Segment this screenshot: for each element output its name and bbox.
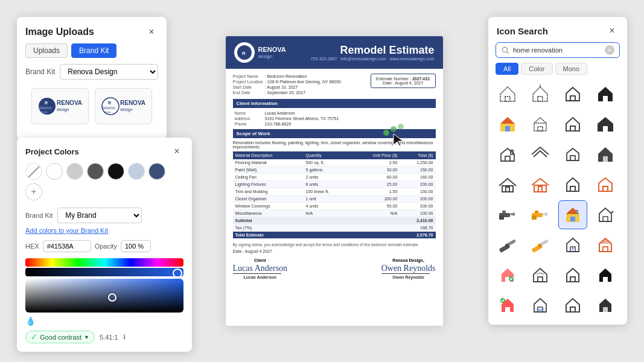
- icon-cell[interactable]: [526, 200, 555, 229]
- brand-kit-label: Brand Kit: [25, 68, 55, 76]
- svg-rect-43: [570, 156, 575, 160]
- project-name: Bedroom Renovation: [267, 74, 307, 78]
- icon-cell[interactable]: [558, 110, 587, 139]
- svg-text:R: R: [45, 101, 48, 105]
- col-header-description: Material Description: [233, 151, 304, 159]
- icon-cell[interactable]: [493, 170, 522, 199]
- icon-cell[interactable]: [493, 110, 522, 139]
- icon-cell[interactable]: [591, 80, 620, 109]
- icon-cell[interactable]: [558, 200, 587, 229]
- panel-header: Image Uploads ×: [17, 17, 167, 39]
- icon-search-input[interactable]: [513, 46, 601, 54]
- contrast-label: Good contrast: [40, 334, 81, 341]
- swatch-none[interactable]: [25, 163, 42, 180]
- svg-line-19: [507, 52, 509, 54]
- icon-cell[interactable]: [591, 261, 620, 290]
- icon-tab-all[interactable]: All: [496, 63, 518, 75]
- icon-cell[interactable]: [493, 200, 522, 229]
- icon-cell[interactable]: [591, 140, 620, 169]
- swatch-light-blue[interactable]: [128, 163, 145, 180]
- icon-cell[interactable]: [558, 80, 587, 109]
- info-icon[interactable]: ℹ: [123, 333, 126, 341]
- icon-tab-color[interactable]: Color: [521, 63, 552, 75]
- icon-cell[interactable]: [591, 230, 620, 259]
- close-image-uploads-button[interactable]: ×: [145, 25, 158, 39]
- close-icon-search-button[interactable]: ×: [605, 24, 619, 37]
- clear-search-button[interactable]: ×: [605, 45, 614, 55]
- icon-cell[interactable]: [591, 291, 620, 320]
- svg-text:RENOVA: RENOVA: [39, 106, 52, 110]
- doc-phone: 725-320-2867: [311, 57, 337, 61]
- swatch-black[interactable]: [107, 163, 124, 180]
- icon-tab-mono[interactable]: Mono: [555, 63, 588, 75]
- hex-input[interactable]: [43, 240, 91, 252]
- table-row: Lighting Fixtures8 units25.00200.00: [233, 181, 436, 188]
- color-swatches-row: +: [17, 163, 192, 205]
- start-date: August 10, 2027: [267, 85, 298, 89]
- owner-sig-name: Owen Reynolds: [381, 275, 436, 279]
- eyedropper-icon[interactable]: 💧: [25, 316, 36, 326]
- hue-strip[interactable]: [25, 258, 183, 267]
- svg-text:design: design: [40, 110, 48, 113]
- icon-cell[interactable]: [526, 80, 555, 109]
- add-swatch-button[interactable]: +: [25, 183, 42, 200]
- col-header-unit-price: Unit Price ($): [351, 151, 400, 159]
- table-row: Closet Organizer1 unit200.00200.00: [233, 195, 436, 203]
- swatch-dark-gray[interactable]: [87, 163, 104, 180]
- subtotal-row: Subtotal 2,410.00: [233, 217, 436, 224]
- chevron-down-icon[interactable]: ▼: [84, 334, 89, 340]
- client-sig-name: Lucas Anderson: [233, 275, 288, 279]
- icon-cell[interactable]: [526, 110, 555, 139]
- icon-cell[interactable]: [493, 230, 522, 259]
- icon-cell[interactable]: [591, 200, 620, 229]
- icon-cell[interactable]: [526, 140, 555, 169]
- color-picker-handle[interactable]: [108, 293, 116, 302]
- svg-marker-79: [599, 238, 611, 244]
- add-colors-link[interactable]: Add colors to your Brand Kit: [17, 227, 192, 238]
- svg-text:design: design: [104, 110, 111, 113]
- close-project-colors-button[interactable]: ×: [170, 145, 183, 158]
- icon-cell[interactable]: [591, 110, 620, 139]
- svg-rect-51: [570, 186, 575, 191]
- doc-info-row: Project Name: Bedroom Renovation Project…: [233, 74, 436, 95]
- search-icon: [501, 46, 509, 54]
- icon-cell[interactable]: [493, 140, 522, 169]
- icon-cell[interactable]: [526, 291, 555, 320]
- logo-box-1[interactable]: R RENOVA design RENOVA design: [31, 88, 89, 124]
- icon-cell[interactable]: [526, 230, 555, 259]
- doc-info-left: Project Name: Bedroom Renovation Project…: [233, 74, 343, 95]
- doc-website: www.renovadesign.com: [390, 57, 435, 61]
- icon-cell[interactable]: [558, 170, 587, 199]
- svg-marker-42: [567, 148, 579, 160]
- color-picker-box[interactable]: [25, 279, 183, 313]
- icon-cell[interactable]: [558, 230, 587, 259]
- svg-point-71: [505, 244, 509, 247]
- icon-cell[interactable]: [493, 261, 522, 290]
- opacity-input[interactable]: [121, 240, 151, 252]
- svg-text:design: design: [120, 107, 133, 112]
- swatch-white[interactable]: [46, 163, 63, 180]
- icon-cell[interactable]: [558, 140, 587, 169]
- opacity-strip[interactable]: [25, 268, 183, 276]
- document-header: R RENOVA design Remodel Estimate 725-320…: [226, 36, 443, 69]
- icon-cell[interactable]: [493, 291, 522, 320]
- brand-kit-select[interactable]: Renova Design: [60, 64, 158, 80]
- svg-rect-63: [570, 217, 575, 221]
- icon-cell[interactable]: [558, 291, 587, 320]
- icon-cell[interactable]: [526, 261, 555, 290]
- icon-cell[interactable]: [526, 170, 555, 199]
- owner-signature: Owen Reynolds: [381, 264, 436, 273]
- swatch-gray[interactable]: [66, 163, 83, 180]
- logo-box-2[interactable]: R RENOVA design RENOVA design: [95, 88, 152, 124]
- svg-rect-28: [603, 96, 608, 101]
- sig-client-label: Client: [233, 258, 288, 262]
- swatch-dark-blue[interactable]: [148, 163, 165, 180]
- icon-cell[interactable]: [493, 80, 522, 109]
- icon-cell[interactable]: [558, 261, 587, 290]
- brand-kit-select2[interactable]: My Brand: [57, 208, 142, 223]
- icon-cell[interactable]: [591, 170, 620, 199]
- project-colors-panel: Project Colors × + Brand Kit My Brand Ad…: [17, 138, 192, 352]
- tab-uploads[interactable]: Uploads: [25, 43, 68, 58]
- client-address: 3191 Florence Street Athens, TX 75751: [265, 116, 339, 121]
- tab-brand-kit[interactable]: Brand Kit: [71, 43, 116, 58]
